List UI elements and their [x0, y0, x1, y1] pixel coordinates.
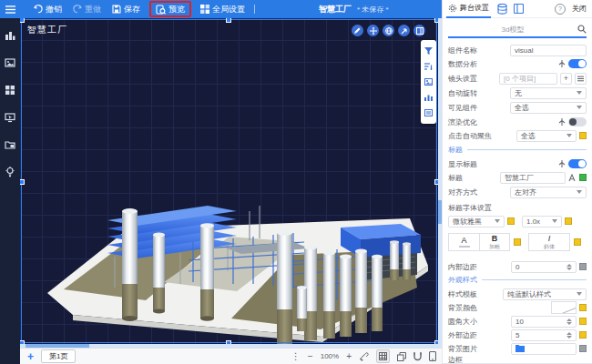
- field-label: 背景颜色: [448, 303, 477, 313]
- italic-color-swatch[interactable]: [574, 238, 581, 246]
- style-template-select[interactable]: 纯蓝默认样式: [503, 288, 587, 300]
- filter-icon[interactable]: [424, 47, 433, 55]
- italic-button[interactable]: I 斜体: [528, 233, 570, 251]
- snapshot-icon[interactable]: [424, 78, 433, 86]
- bg-color-swatch[interactable]: [579, 304, 587, 311]
- field-label: 标题字体设置: [448, 203, 492, 213]
- auto-rotate-select[interactable]: 无: [510, 87, 587, 99]
- select-value: 全选: [515, 103, 529, 113]
- camera-items-field[interactable]: [0 个项目]: [499, 73, 557, 85]
- device-preview-button[interactable]: [429, 351, 436, 361]
- layers-button[interactable]: [397, 352, 406, 361]
- 3d-viewport[interactable]: 智慧工厂: [20, 18, 442, 348]
- tab-stage-settings[interactable]: 舞台设置: [446, 0, 491, 18]
- resize-handle-w[interactable]: [20, 179, 25, 185]
- outer-margin-input[interactable]: 5: [511, 329, 577, 341]
- bold-button[interactable]: B 加粗: [479, 233, 510, 251]
- sort-icon[interactable]: [424, 63, 433, 70]
- bind-icon[interactable]: [558, 60, 566, 67]
- sidebar-item-lights[interactable]: [5, 166, 16, 177]
- chart-icon[interactable]: [424, 94, 433, 101]
- redo-button[interactable]: 重做: [67, 0, 107, 18]
- orbit-button[interactable]: [383, 25, 394, 36]
- align-select[interactable]: 左对齐: [510, 187, 587, 198]
- font-family-swatch[interactable]: [507, 217, 515, 225]
- zoom-in-button[interactable]: +: [346, 351, 352, 361]
- 3d-scene[interactable]: [20, 18, 442, 348]
- component-name-input[interactable]: visual: [510, 45, 587, 56]
- zoom-out-button[interactable]: −: [308, 351, 313, 361]
- sidebar-item-textures[interactable]: [5, 56, 16, 68]
- resize-handle-nw[interactable]: [20, 18, 25, 23]
- component-search[interactable]: 3d模型: [448, 22, 587, 38]
- sidebar-item-components[interactable]: [5, 84, 16, 96]
- add-camera-button[interactable]: +: [560, 73, 572, 85]
- more-options-icon[interactable]: ⋮: [291, 351, 301, 361]
- bg-image-swatch[interactable]: [579, 345, 587, 352]
- radius-swatch[interactable]: [579, 318, 587, 325]
- row-bg-color: 背景颜色: [448, 301, 587, 314]
- grid-toggle-button[interactable]: [376, 349, 390, 363]
- margin-swatch[interactable]: [579, 331, 587, 339]
- save-button[interactable]: 保存: [107, 0, 146, 18]
- inner-padding-input[interactable]: 0: [511, 261, 577, 273]
- undo-button[interactable]: 撤销: [28, 0, 67, 18]
- panel-toggle-button[interactable]: [413, 25, 425, 36]
- database-icon[interactable]: [497, 4, 507, 15]
- font-family-select[interactable]: 微软雅黑: [448, 216, 505, 228]
- search-text: 3d模型: [448, 25, 577, 35]
- no-color-swatch[interactable]: [551, 301, 577, 314]
- sidebar-item-models[interactable]: [5, 29, 16, 41]
- render-optimize-toggle[interactable]: [568, 117, 587, 126]
- row-visible-components: 可见组件 全选: [448, 101, 587, 114]
- corner-radius-input[interactable]: 10: [511, 316, 577, 328]
- visible-components-select[interactable]: 全选: [510, 102, 587, 114]
- magnet-button[interactable]: [413, 352, 422, 361]
- pan-button[interactable]: [367, 25, 379, 36]
- add-page-button[interactable]: +: [27, 351, 34, 362]
- resize-handle-n[interactable]: [226, 18, 231, 23]
- padding-swatch[interactable]: [579, 263, 587, 270]
- stepper-icon[interactable]: [566, 318, 572, 325]
- field-label: 点击自动聚焦: [448, 131, 492, 141]
- sidebar-item-assets[interactable]: [5, 138, 16, 150]
- hamburger-icon: [5, 5, 15, 14]
- device-icon: [429, 351, 436, 361]
- preview-button[interactable]: 预览: [149, 1, 191, 17]
- select-value: 左对齐: [515, 187, 536, 197]
- bind-icon[interactable]: [558, 118, 566, 126]
- bg-image-picker[interactable]: [511, 343, 577, 355]
- bind-icon[interactable]: [558, 160, 566, 167]
- title-color-swatch[interactable]: [579, 174, 587, 181]
- left-sidebar: [0, 18, 20, 364]
- bold-color-swatch[interactable]: [514, 238, 521, 246]
- menu-button[interactable]: [0, 0, 21, 18]
- stepper-icon[interactable]: [566, 332, 572, 339]
- sidebar-item-scenes[interactable]: [5, 111, 16, 123]
- page-tab[interactable]: 第1页: [41, 349, 76, 363]
- click-focus-select[interactable]: 全选: [516, 130, 577, 142]
- show-title-toggle[interactable]: [568, 159, 587, 168]
- field-label: 外部边距: [448, 330, 477, 340]
- underline-button[interactable]: A: [448, 233, 479, 251]
- link-button[interactable]: [359, 351, 369, 361]
- select-value: 微软雅黑: [453, 217, 482, 227]
- search-icon[interactable]: [577, 25, 587, 34]
- global-settings-button[interactable]: 全局设置: [195, 0, 250, 18]
- stepper-icon[interactable]: [566, 264, 572, 270]
- close-button[interactable]: 关闭: [572, 4, 587, 14]
- focus-color-swatch[interactable]: [579, 132, 587, 139]
- title-text-input[interactable]: 智慧工厂: [500, 172, 566, 184]
- font-size-swatch[interactable]: [565, 217, 572, 225]
- text-style-icon[interactable]: [568, 174, 577, 182]
- font-size-select[interactable]: 1.0x: [522, 216, 562, 228]
- layout-icon[interactable]: [514, 4, 524, 14]
- edit-mode-button[interactable]: [352, 25, 363, 36]
- help-button[interactable]: ?: [555, 4, 566, 15]
- camera-list-button[interactable]: [575, 73, 587, 85]
- data-analysis-toggle[interactable]: [568, 59, 587, 68]
- list-icon[interactable]: [424, 109, 433, 116]
- underline-letter: A: [461, 237, 466, 245]
- share-button[interactable]: [398, 25, 410, 36]
- save-icon: [112, 5, 121, 14]
